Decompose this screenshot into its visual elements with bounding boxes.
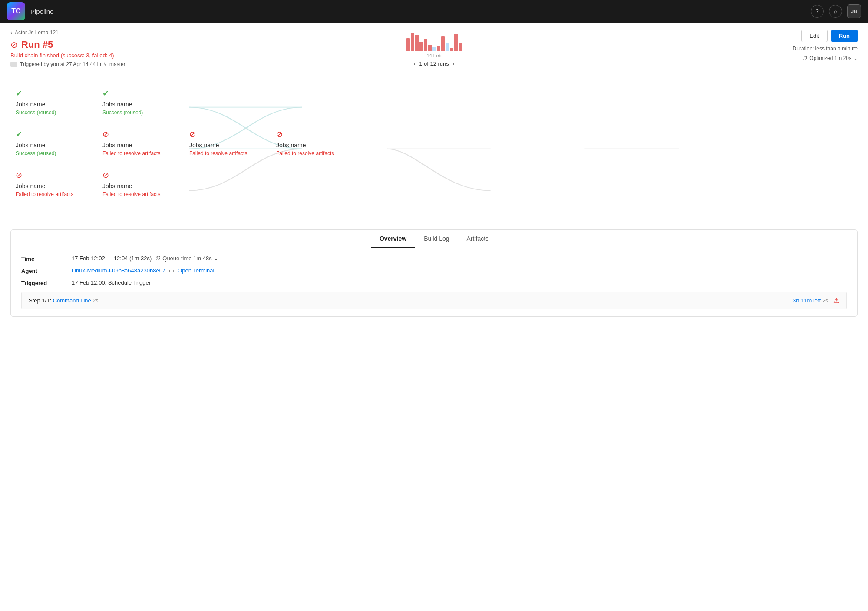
job-status: Failed to resolve artifacts — [276, 150, 353, 156]
help-icon[interactable]: ? — [811, 5, 824, 18]
job-name: Jobs name — [276, 142, 353, 149]
job-name: Jobs name — [16, 101, 92, 108]
detail-body: Time 17 Feb 12:02 — 12:04 (1m 32s) ⏱ Que… — [11, 248, 857, 316]
step-time: 2s — [93, 298, 99, 304]
detail-panel: Overview Build Log Artifacts Time 17 Feb… — [10, 229, 858, 317]
chart-bar-7 — [437, 46, 440, 51]
detail-tabs: Overview Build Log Artifacts — [11, 230, 857, 248]
user-avatar[interactable]: JB — [847, 4, 861, 18]
queue-text: Queue time 1m 48s — [162, 255, 211, 262]
triggered-text: Triggered by you at 27 Apr 14:44 in — [20, 61, 101, 67]
runs-navigation: ‹ 1 of 12 runs › — [406, 60, 462, 67]
job-error-icon: ⊘ — [102, 130, 179, 139]
open-terminal-link[interactable]: Open Terminal — [178, 267, 214, 274]
top-navigation: TC Pipeline ? ⌕ JB — [0, 0, 868, 23]
step-row[interactable]: Step 1/1: Command Line 2s 3h 11m left 2s… — [21, 292, 847, 309]
chart-bar-2 — [415, 35, 419, 51]
job-empty — [271, 82, 358, 123]
job-row2-col2[interactable]: ⊘ Jobs name Failed to resolve artifacts — [97, 123, 184, 163]
chart-bar-3 — [419, 42, 423, 51]
chart-date: 14 Feb — [406, 53, 462, 58]
job-row2-col3[interactable]: ⊘ Jobs name Failed to resolve artifacts — [184, 123, 271, 163]
job-empty — [271, 163, 358, 204]
trigger-doc-icon — [10, 62, 17, 67]
tab-overview[interactable]: Overview — [371, 230, 415, 248]
chart-bar-4 — [424, 39, 427, 51]
chart-bar-1 — [411, 33, 414, 51]
breadcrumb-text: Actor Js Lerna 121 — [15, 30, 59, 36]
optimized-label: Optimized 1m 20s — [809, 55, 851, 61]
runs-prev-button[interactable]: ‹ — [414, 60, 416, 67]
tab-build-log[interactable]: Build Log — [415, 230, 458, 248]
job-status: Success (reused) — [102, 110, 179, 116]
breadcrumb-arrow: ‹ — [10, 30, 12, 36]
job-row2-col4[interactable]: ⊘ Jobs name Failed to resolve artifacts — [271, 123, 358, 163]
job-row1-col2[interactable]: ✔ Jobs name Success (reused) — [97, 82, 184, 123]
time-value: 17 Feb 12:02 — 12:04 (1m 32s) ⏱ Queue ti… — [72, 255, 218, 262]
tc-logo: TC — [7, 2, 25, 20]
time-label: Time — [21, 255, 65, 262]
run-error-icon: ⊘ — [10, 40, 18, 50]
job-status: Success (reused) — [16, 150, 92, 156]
agent-link[interactable]: Linux-Medium-i-09b8a648a230b8e07 — [72, 267, 165, 274]
time-row: Time 17 Feb 12:02 — 12:04 (1m 32s) ⏱ Que… — [21, 255, 847, 262]
main-content: ‹ Actor Js Lerna 121 ⊘ Run #5 Build chai… — [0, 23, 868, 611]
job-status: Failed to resolve artifacts — [189, 150, 266, 156]
pipeline-area: ✔ Jobs name Success (reused) ✔ Jobs name… — [0, 73, 868, 229]
pipeline-graph: ✔ Jobs name Success (reused) ✔ Jobs name… — [10, 82, 858, 221]
chevron-down-icon[interactable]: ⌄ — [853, 55, 858, 61]
chart-bar-5 — [428, 45, 432, 51]
header-area: ‹ Actor Js Lerna 121 ⊘ Run #5 Build chai… — [0, 23, 868, 73]
job-name: Jobs name — [16, 142, 92, 149]
edit-button[interactable]: Edit — [801, 30, 827, 42]
chart-bar-8 — [441, 36, 445, 51]
step-error-icon: ⚠ — [833, 296, 839, 305]
run-chart — [406, 30, 462, 51]
step-link[interactable]: Command Line — [53, 297, 91, 304]
job-error-icon: ⊘ — [189, 130, 266, 139]
job-row3-col1[interactable]: ⊘ Jobs name Failed to resolve artifacts — [10, 163, 97, 204]
job-empty — [184, 82, 271, 123]
step-remaining: 3h 11m left — [793, 297, 821, 304]
job-error-icon: ⊘ — [16, 170, 92, 180]
job-row2-col1[interactable]: ✔ Jobs name Success (reused) — [10, 123, 97, 163]
job-error-icon: ⊘ — [102, 170, 179, 180]
job-name: Jobs name — [102, 142, 179, 149]
triggered-value: 17 Feb 12:00: Schedule Trigger — [72, 279, 151, 286]
job-name: Jobs name — [102, 101, 179, 108]
job-name: Jobs name — [102, 183, 179, 189]
job-status: Success (reused) — [16, 110, 92, 116]
optimized-row: ⏱ Optimized 1m 20s ⌄ — [802, 55, 858, 61]
chart-bar-0 — [406, 38, 410, 51]
agent-label: Agent — [21, 267, 65, 274]
job-status: Failed to resolve artifacts — [102, 191, 179, 197]
run-button[interactable]: Run — [831, 30, 858, 42]
search-icon[interactable]: ⌕ — [829, 5, 842, 18]
queue-icon: ⏱ — [155, 255, 161, 262]
chart-center: 14 Feb ‹ 1 of 12 runs › — [406, 30, 462, 67]
job-error-icon: ⊘ — [276, 130, 353, 139]
triggered-label: Triggered — [21, 279, 65, 286]
job-status: Failed to resolve artifacts — [102, 150, 179, 156]
step-remaining-time: 2s — [822, 298, 828, 304]
queue-chevron-icon[interactable]: ⌄ — [214, 255, 218, 262]
terminal-doc-icon: ▭ — [169, 267, 174, 274]
runs-count: 1 of 12 runs — [419, 60, 449, 67]
duration-info: Duration: less than a minute — [793, 46, 858, 52]
job-row1-col1[interactable]: ✔ Jobs name Success (reused) — [10, 82, 97, 123]
queue-info: ⏱ Queue time 1m 48s ⌄ — [155, 255, 218, 262]
job-name: Jobs name — [189, 142, 266, 149]
runs-next-button[interactable]: › — [452, 60, 455, 67]
job-success-icon: ✔ — [16, 89, 92, 98]
triggered-row: Triggered 17 Feb 12:00: Schedule Trigger — [21, 279, 847, 286]
job-row3-col2[interactable]: ⊘ Jobs name Failed to resolve artifacts — [97, 163, 184, 204]
header-right: Edit Run Duration: less than a minute ⏱ … — [793, 30, 858, 61]
chart-bar-12 — [459, 43, 462, 51]
chart-bar-11 — [454, 34, 458, 51]
chart-bar-9 — [446, 43, 449, 51]
agent-value: Linux-Medium-i-09b8a648a230b8e07 ▭ Open … — [72, 267, 214, 274]
job-name: Jobs name — [16, 183, 92, 189]
step-label: Step 1/1: — [29, 297, 51, 304]
branch-icon: ⑂ — [104, 61, 107, 67]
tab-artifacts[interactable]: Artifacts — [458, 230, 498, 248]
